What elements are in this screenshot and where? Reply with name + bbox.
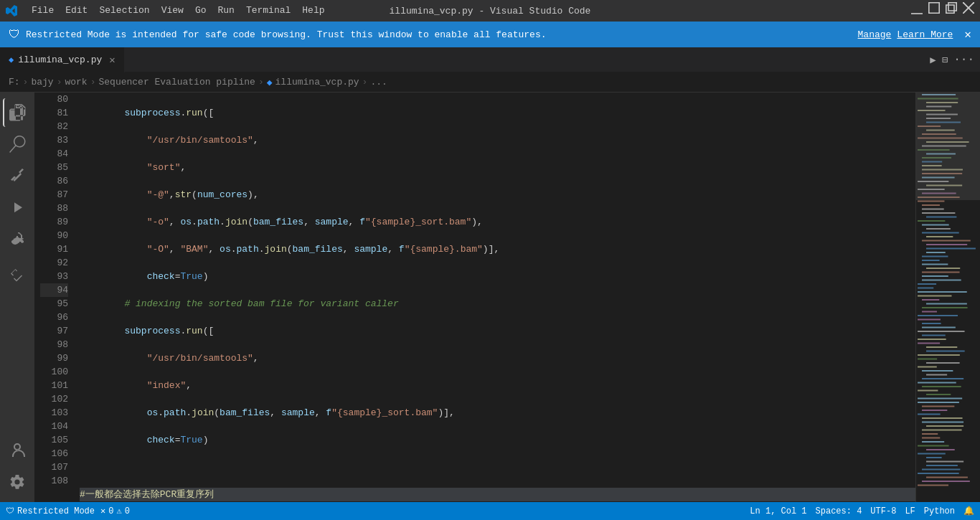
tab-close-button[interactable]: ✕ [109, 54, 115, 66]
split-editor-icon[interactable]: ⊟ [942, 54, 948, 66]
editor-area: 80 81 82 83 84 85 86 87 88 89 90 91 92 9… [34, 93, 980, 502]
encoding-label: UTF-8 [870, 506, 896, 516]
minimap[interactable] [915, 93, 980, 502]
maximize-icon[interactable] [928, 2, 940, 14]
learn-more-button[interactable]: Learn More [897, 29, 953, 40]
notification-close-button[interactable]: ✕ [964, 27, 971, 42]
menu-view[interactable]: View [156, 0, 189, 22]
notification-text: Restricted Mode is intended for safe cod… [26, 29, 852, 40]
run-debug-icon[interactable] [3, 193, 32, 222]
error-icon: ✕ [100, 506, 105, 516]
breadcrumb: F: › bajy › work › Sequencer Evaluation … [0, 72, 980, 93]
errors-status[interactable]: ✕ 0 ⚠ 0 [100, 506, 130, 516]
python-breadcrumb-icon: ◆ [267, 77, 273, 88]
extensions-icon[interactable] [3, 224, 32, 253]
code-editor[interactable]: 80 81 82 83 84 85 86 87 88 89 90 91 92 9… [34, 93, 980, 502]
accounts-icon[interactable] [3, 436, 32, 465]
breadcrumb-more[interactable]: ... [370, 77, 387, 88]
search-activity-icon[interactable] [3, 130, 32, 159]
indentation-label: Spaces: 4 [816, 506, 862, 516]
vscode-icon [6, 5, 17, 16]
status-bar: 🛡 Restricted Mode ✕ 0 ⚠ 0 Ln 1, Col 1 Sp… [0, 502, 980, 520]
code-content[interactable]: subprocess.run([ "/usr/bin/samtools", "s… [74, 93, 915, 502]
editor-actions: ▶ ⊟ ··· [930, 53, 980, 66]
cursor-position-label: Ln 1, Col 1 [750, 506, 806, 516]
title-bar: File Edit Selection View Go Run Terminal… [0, 0, 980, 22]
title-bar-left: File Edit Selection View Go Run Terminal… [6, 0, 331, 22]
menu-selection[interactable]: Selection [93, 0, 155, 22]
breadcrumb-filename[interactable]: illumina_vcp.py [275, 77, 359, 88]
restore-icon[interactable] [946, 2, 957, 14]
explorer-icon[interactable] [3, 98, 32, 127]
activity-bar-bottom [3, 436, 32, 502]
run-icon[interactable]: ▶ [930, 54, 936, 66]
manage-button[interactable]: Manage [858, 29, 892, 40]
breadcrumb-sequencer[interactable]: Sequencer Evaluation pipline [98, 77, 255, 88]
close-window-icon[interactable] [963, 2, 974, 14]
settings-icon[interactable] [3, 468, 32, 496]
bell-icon: 🔔 [963, 506, 974, 516]
python-file-icon: ◆ [9, 55, 14, 65]
restricted-mode-status[interactable]: 🛡 Restricted Mode [6, 506, 95, 516]
menu-bar: File Edit Selection View Go Run Terminal… [26, 0, 331, 22]
activity-bar [0, 93, 34, 502]
minimize-icon[interactable] [911, 8, 923, 19]
status-right: Ln 1, Col 1 Spaces: 4 UTF-8 LF Python 🔔 [750, 506, 974, 516]
language-label: Python [924, 506, 955, 516]
main-area: 80 81 82 83 84 85 86 87 88 89 90 91 92 9… [0, 93, 980, 502]
more-actions-icon[interactable]: ··· [953, 53, 974, 66]
error-count: 0 [108, 506, 113, 516]
menu-go[interactable]: Go [189, 0, 212, 22]
window-controls [911, 2, 974, 19]
minimap-canvas [916, 93, 980, 501]
window-title: illumina_vcp.py - Visual Studio Code [390, 6, 591, 16]
menu-terminal[interactable]: Terminal [240, 0, 296, 22]
svg-rect-0 [911, 13, 923, 14]
line-numbers: 80 81 82 83 84 85 86 87 88 89 90 91 92 9… [34, 93, 74, 502]
tab-label: illumina_vcp.py [18, 55, 102, 65]
menu-edit[interactable]: Edit [60, 0, 93, 22]
menu-help[interactable]: Help [296, 0, 330, 22]
restricted-mode-icon: 🛡 [6, 506, 14, 516]
encoding-status[interactable]: UTF-8 [870, 506, 896, 516]
status-left: 🛡 Restricted Mode ✕ 0 ⚠ 0 [6, 506, 130, 516]
shield-icon: 🛡 [9, 28, 20, 42]
notification-bar: 🛡 Restricted Mode is intended for safe c… [0, 22, 980, 47]
indentation-status[interactable]: Spaces: 4 [816, 506, 862, 516]
testing-icon[interactable] [3, 262, 32, 290]
line-ending-status[interactable]: LF [905, 506, 915, 516]
restricted-mode-label: Restricted Mode [17, 506, 95, 516]
warning-count: 0 [125, 506, 130, 516]
tab-bar: ◆ illumina_vcp.py ✕ ▶ ⊟ ··· [0, 47, 980, 72]
cursor-position-status[interactable]: Ln 1, Col 1 [750, 506, 806, 516]
source-control-icon[interactable] [3, 161, 32, 190]
menu-run[interactable]: Run [212, 0, 240, 22]
breadcrumb-drive[interactable]: F: [9, 77, 20, 88]
line-ending-label: LF [905, 506, 915, 516]
tab-illumina-vcp[interactable]: ◆ illumina_vcp.py ✕ [0, 47, 125, 72]
language-status[interactable]: Python [924, 506, 955, 516]
warning-icon: ⚠ [116, 506, 121, 516]
breadcrumb-bajy[interactable]: bajy [31, 77, 53, 88]
breadcrumb-work[interactable]: work [65, 77, 87, 88]
menu-file[interactable]: File [26, 0, 60, 22]
notifications-bell[interactable]: 🔔 [963, 506, 974, 516]
